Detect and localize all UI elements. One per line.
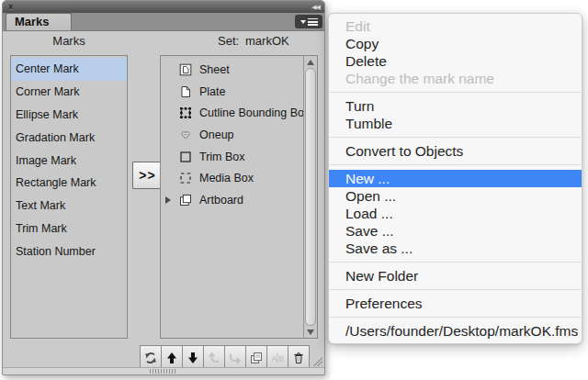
list-item-trim-box[interactable]: Trim Box — [161, 146, 304, 168]
marks-panel: x ◀◀ Marks Marks Set: markOK Center Mark… — [2, 0, 325, 375]
list-item-center-mark[interactable]: Center Mark — [11, 58, 127, 81]
move-down-button[interactable] — [182, 345, 204, 370]
drag-handle-icon[interactable] — [150, 369, 177, 374]
menu-item-change-mark-name: Change the mark name — [329, 70, 582, 87]
refresh-icon — [143, 351, 158, 365]
cutline-bounding-box-icon — [179, 106, 192, 119]
bottom-toolbar: A B — [140, 345, 310, 370]
artboard-icon — [179, 194, 192, 207]
bent-arrow-up-icon — [207, 351, 221, 365]
list-item-plate[interactable]: Plate — [161, 81, 304, 103]
transfer-button[interactable]: >> — [132, 162, 163, 189]
list-item-rectangle-mark[interactable]: Rectangle Mark — [11, 172, 127, 195]
scrollbar-thumb[interactable] — [305, 68, 316, 326]
duplicate-pages-icon — [249, 351, 264, 365]
redo-button[interactable] — [224, 345, 246, 370]
vertical-scrollbar[interactable] — [303, 56, 317, 338]
menu-item-load[interactable]: Load ... — [329, 205, 582, 222]
delete-button[interactable] — [288, 345, 310, 370]
media-box-icon — [179, 172, 192, 184]
rename-ab-icon: A B — [270, 351, 285, 365]
menu-separator — [329, 164, 582, 165]
menu-item-save-as[interactable]: Save as ... — [329, 240, 582, 257]
menu-separator — [329, 289, 582, 290]
list-item-image-mark[interactable]: Image Mark — [11, 150, 127, 173]
svg-text:A: A — [272, 353, 277, 363]
trim-box-icon — [179, 151, 192, 163]
svg-text:B: B — [279, 353, 285, 363]
scroll-down-icon[interactable] — [304, 326, 317, 338]
refresh-button[interactable] — [140, 345, 162, 370]
close-icon[interactable]: x — [8, 1, 13, 13]
rename-button[interactable]: A B — [266, 345, 288, 370]
menu-item-open[interactable]: Open ... — [329, 187, 582, 205]
menu-item-current-file-path[interactable]: /Users/founder/Desktop/markOK.fms — [329, 322, 582, 340]
menu-item-new-folder[interactable]: New Folder — [329, 267, 582, 285]
menu-item-preferences[interactable]: Preferences — [329, 295, 582, 312]
page-items-rows: Sheet Plate — [161, 59, 304, 338]
list-item-ellipse-mark[interactable]: Ellipse Mark — [11, 104, 127, 127]
list-item-cutline-bounding-box[interactable]: Cutline Bounding Box — [161, 102, 304, 124]
chevron-down-icon — [300, 20, 306, 24]
list-item-artboard[interactable]: Artboard — [161, 189, 304, 211]
menu-item-save[interactable]: Save ... — [329, 222, 582, 240]
disclosure-triangle-icon[interactable] — [165, 196, 171, 204]
page-items-list: Sheet Plate — [160, 55, 318, 339]
hamburger-menu-icon — [308, 18, 318, 26]
bent-arrow-right-icon — [228, 351, 243, 365]
list-item-media-box[interactable]: Media Box — [161, 167, 304, 189]
list-item-oneup[interactable]: Oneup — [161, 124, 304, 146]
duplicate-button[interactable] — [245, 345, 267, 370]
set-value: markOK — [245, 34, 289, 48]
scroll-up-icon[interactable] — [304, 56, 317, 68]
panel-flyout-menu: Edit Copy Delete Change the mark name Tu… — [328, 13, 582, 344]
arrow-down-icon — [186, 351, 200, 365]
undo-button[interactable] — [203, 345, 225, 370]
mark-types-list: Center Mark Corner Mark Ellipse Mark Gra… — [10, 55, 128, 339]
menu-item-delete[interactable]: Delete — [329, 52, 582, 70]
list-item-station-number[interactable]: Station Number — [11, 240, 127, 263]
set-label: Set: — [218, 34, 239, 48]
panel-titlebar[interactable]: x ◀◀ — [3, 1, 324, 14]
panel-bottom-edge — [3, 367, 324, 374]
trash-icon — [291, 351, 306, 365]
list-item-corner-mark[interactable]: Corner Mark — [11, 81, 127, 104]
menu-separator — [329, 317, 582, 318]
collapse-to-icons-icon[interactable]: ◀◀ — [311, 1, 320, 13]
menu-separator — [329, 92, 582, 93]
menu-item-convert-to-objects[interactable]: Convert to Objects — [329, 142, 582, 160]
marks-column-title: Marks — [10, 34, 128, 48]
panel-tabbar: Marks — [3, 13, 324, 31]
tab-marks[interactable]: Marks — [6, 13, 72, 30]
resize-grip-icon[interactable] — [312, 355, 322, 366]
panel-menu-button[interactable] — [295, 15, 322, 28]
oneup-icon — [179, 129, 192, 141]
arrow-up-icon — [164, 351, 179, 365]
menu-separator — [329, 262, 582, 263]
list-item-sheet[interactable]: Sheet — [161, 59, 304, 81]
menu-item-tumble[interactable]: Tumble — [329, 115, 582, 132]
menu-separator — [329, 137, 582, 138]
plate-icon — [179, 85, 192, 98]
list-item-text-mark[interactable]: Text Mark — [11, 195, 127, 218]
sheet-icon — [179, 63, 192, 76]
list-item-trim-mark[interactable]: Trim Mark — [11, 218, 127, 240]
menu-item-new[interactable]: New ... — [329, 170, 582, 187]
menu-item-copy[interactable]: Copy — [329, 35, 582, 52]
menu-item-edit: Edit — [329, 17, 582, 35]
move-up-button[interactable] — [161, 345, 183, 370]
menu-item-turn[interactable]: Turn — [329, 97, 582, 115]
list-item-gradation-mark[interactable]: Gradation Mark — [11, 127, 127, 150]
